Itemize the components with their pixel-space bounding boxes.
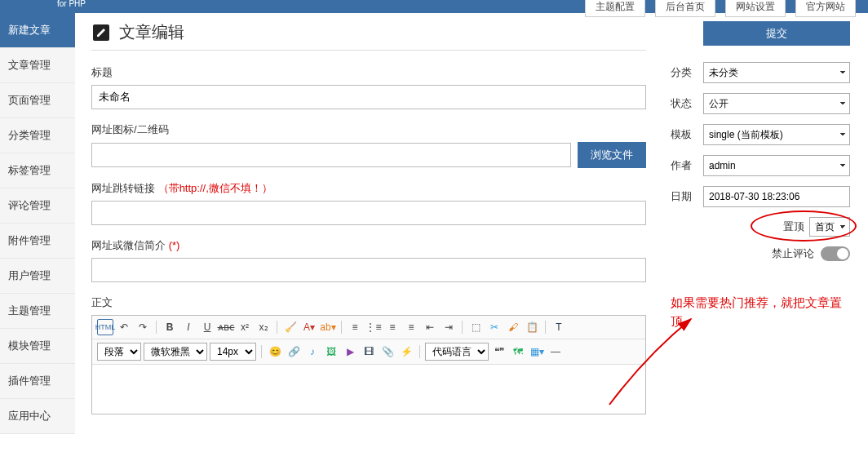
emoji-button[interactable]: 😊: [267, 343, 283, 360]
edit-icon: [91, 23, 111, 42]
code-lang-select[interactable]: 代码语言: [425, 343, 489, 361]
screenshot-button[interactable]: ✂: [486, 319, 503, 335]
underline-button[interactable]: U: [199, 319, 215, 335]
align-center-button[interactable]: ≡: [403, 319, 419, 335]
status-select[interactable]: 公开: [703, 93, 850, 114]
bg-color-button[interactable]: ab▾: [320, 319, 336, 335]
template-label: 模板: [671, 127, 703, 142]
separator: [545, 321, 546, 334]
title-input[interactable]: [91, 85, 646, 109]
sidebar-item-tags[interactable]: 标签管理: [0, 153, 75, 188]
pin-select[interactable]: 首页: [809, 217, 850, 237]
font-family-select[interactable]: 微软雅黑: [144, 343, 207, 361]
annotation-text: 如果需要热门推荐，就把文章置顶: [671, 294, 850, 330]
hr-button[interactable]: —: [547, 343, 564, 360]
subscript-button[interactable]: x₂: [255, 319, 272, 335]
status-label: 状态: [671, 96, 703, 111]
author-select[interactable]: admin: [703, 155, 850, 176]
indent-button[interactable]: ⇥: [441, 319, 457, 335]
pin-label: 置顶: [783, 219, 804, 234]
rich-text-editor: HTML ↶ ↷ B I U ᴀʙᴄ x² x₂ 🧹 A▾ ab▾: [91, 315, 646, 414]
font-size-select[interactable]: 14px: [210, 343, 256, 361]
sidebar-item-comments[interactable]: 评论管理: [0, 188, 75, 224]
category-select[interactable]: 未分类: [703, 62, 850, 83]
topnav-site-settings[interactable]: 网站设置: [725, 0, 786, 17]
redirect-note: （带http://,微信不填！）: [158, 182, 272, 194]
clear-format-button[interactable]: 🧹: [282, 319, 299, 335]
image-button[interactable]: 🖼: [323, 343, 339, 360]
undo-button[interactable]: ↶: [116, 319, 132, 335]
paste-plain-button[interactable]: 📋: [524, 319, 540, 335]
topnav-theme-config[interactable]: 主题配置: [585, 0, 645, 17]
title-label: 标题: [91, 65, 646, 80]
top-bar: for PHP 主题配置 后台首页 网站设置 官方网站: [0, 0, 868, 13]
separator: [462, 321, 463, 334]
editor-body[interactable]: [92, 365, 645, 414]
separator: [261, 345, 262, 358]
template-select[interactable]: single (当前模板): [703, 124, 850, 145]
submit-button[interactable]: 提交: [703, 21, 850, 46]
map-button[interactable]: 🗺: [510, 343, 526, 360]
page-title-row: 文章编辑: [91, 21, 646, 51]
unordered-list-button[interactable]: ⋮≡: [365, 319, 382, 335]
flash-button[interactable]: ⚡: [398, 343, 414, 360]
italic-button[interactable]: I: [180, 319, 197, 335]
separator: [341, 321, 342, 334]
strike-button[interactable]: ᴀʙᴄ: [218, 319, 234, 335]
author-label: 作者: [671, 158, 703, 173]
topnav-admin-home[interactable]: 后台首页: [655, 0, 715, 17]
sidebar-item-posts[interactable]: 文章管理: [0, 48, 75, 83]
date-label: 日期: [671, 189, 703, 204]
intro-input[interactable]: [91, 258, 646, 282]
outdent-button[interactable]: ⇤: [422, 319, 438, 335]
select-all-button[interactable]: ⬚: [467, 319, 484, 335]
link-button[interactable]: 🔗: [286, 343, 302, 360]
date-input[interactable]: [703, 186, 850, 207]
url-icon-label: 网址图标/二维码: [91, 122, 646, 137]
intro-label: 网址或微信简介 (*): [91, 238, 646, 253]
page-title: 文章编辑: [119, 21, 184, 43]
intro-req: (*): [169, 239, 180, 251]
insert-text-button[interactable]: T: [551, 319, 567, 335]
intro-label-text: 网址或微信简介: [91, 239, 166, 251]
sidebar-item-new-post[interactable]: 新建文章: [0, 13, 75, 48]
ordered-list-button[interactable]: ≡: [347, 319, 363, 335]
category-label: 分类: [671, 65, 703, 80]
sidebar-item-modules[interactable]: 模块管理: [0, 329, 75, 364]
sidebar-item-themes[interactable]: 主题管理: [0, 294, 75, 329]
sidebar-item-pages[interactable]: 页面管理: [0, 83, 75, 118]
topnav-official-site[interactable]: 官方网站: [795, 0, 856, 17]
table-button[interactable]: ▦▾: [529, 343, 545, 360]
superscript-button[interactable]: x²: [237, 319, 253, 335]
attachment-button[interactable]: 📎: [379, 343, 396, 360]
font-color-button[interactable]: A▾: [301, 319, 317, 335]
html-source-button[interactable]: HTML: [97, 319, 113, 335]
sidebar-item-categories[interactable]: 分类管理: [0, 118, 75, 153]
body-label: 正文: [91, 295, 646, 310]
url-icon-input[interactable]: [91, 143, 571, 167]
sidebar-item-attachments[interactable]: 附件管理: [0, 224, 75, 259]
separator: [156, 321, 157, 334]
sidebar: 新建文章 文章管理 页面管理 分类管理 标签管理 评论管理 附件管理 用户管理 …: [0, 13, 75, 434]
align-left-button[interactable]: ≡: [384, 319, 401, 335]
paragraph-select[interactable]: 段落: [97, 343, 141, 361]
sidebar-item-plugins[interactable]: 插件管理: [0, 364, 75, 399]
film-button[interactable]: 🎞: [361, 343, 377, 360]
redo-button[interactable]: ↷: [135, 319, 151, 335]
browse-file-button[interactable]: 浏览文件: [578, 142, 646, 168]
redirect-label: 网址跳转链接 （带http://,微信不填！）: [91, 181, 646, 196]
redirect-label-text: 网址跳转链接: [91, 182, 155, 194]
redirect-input[interactable]: [91, 201, 646, 225]
bold-button[interactable]: B: [162, 319, 178, 335]
video-button[interactable]: ▶: [342, 343, 358, 360]
separator: [277, 321, 277, 334]
brush-button[interactable]: 🖌: [505, 319, 521, 335]
music-button[interactable]: ♪: [304, 343, 321, 360]
sidebar-item-users[interactable]: 用户管理: [0, 259, 75, 294]
comment-disable-label: 禁止评论: [772, 246, 814, 261]
quote-button[interactable]: ❝❞: [491, 343, 507, 360]
top-nav: 主题配置 后台首页 网站设置 官方网站: [585, 0, 856, 17]
comment-disable-toggle[interactable]: [821, 246, 850, 261]
sidebar-item-app-center[interactable]: 应用中心: [0, 399, 75, 434]
separator: [419, 345, 420, 358]
